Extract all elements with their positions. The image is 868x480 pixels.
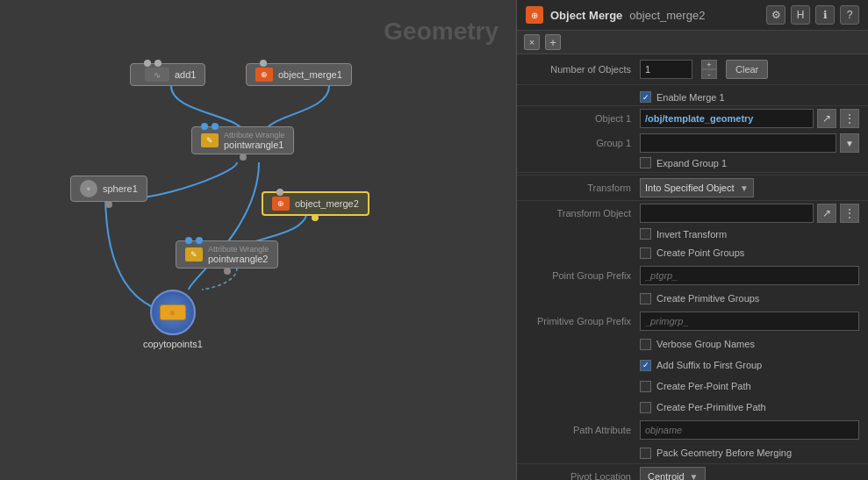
add-suffix-label: Add Suffix to First Group: [656, 360, 762, 370]
create-point-groups-checkbox[interactable]: [640, 247, 651, 259]
invert-transform-checkbox[interactable]: [640, 228, 651, 240]
graph-title: Geometry: [384, 18, 499, 46]
sep1: [517, 172, 868, 173]
help-btn[interactable]: ?: [840, 5, 859, 25]
group1-value: ▼: [640, 133, 859, 153]
point-group-prefix-row: Point Group Prefix: [517, 263, 868, 288]
node-pointwrangle1[interactable]: ✎ Attribute Wrangle pointwrangle1: [191, 126, 294, 154]
decrement-btn[interactable]: -: [701, 69, 717, 79]
node-add1[interactable]: ∿ add1: [130, 63, 205, 86]
tab-close-btn[interactable]: ×: [524, 34, 540, 50]
create-per-point-path-label: Create Per-Point Path: [656, 381, 751, 391]
transform-dropdown[interactable]: Into Specified Object ▼: [640, 178, 754, 197]
group1-row: Group 1 ▼: [517, 131, 868, 155]
object1-pick-btn[interactable]: ↗: [817, 109, 836, 128]
pack-geometry-checkbox[interactable]: [640, 448, 651, 459]
create-per-point-path-checkbox[interactable]: [640, 381, 651, 392]
expand-group-row: Expand Group 1: [517, 155, 868, 170]
create-per-primitive-path-checkbox[interactable]: [640, 402, 651, 413]
primitive-group-prefix-row: Primitive Group Prefix: [517, 309, 868, 333]
transform-arrow: ▼: [740, 183, 749, 193]
invert-transform-row: Invert Transform: [517, 226, 868, 242]
node-pointwrangle2[interactable]: ✎ Attribute Wrangle pointwrangle2: [176, 240, 278, 269]
transform-object-value: ↗ ⋮: [640, 204, 859, 223]
num-objects-input[interactable]: [640, 60, 692, 79]
merge1-icon: ⊕: [255, 68, 273, 82]
add-suffix-row: Add Suffix to First Group: [517, 355, 868, 376]
object1-extra-btn[interactable]: ⋮: [840, 109, 859, 128]
num-objects-label: Number of Objects: [526, 64, 631, 75]
primitive-group-prefix-value: [640, 312, 859, 331]
create-point-groups-label: Create Point Groups: [656, 247, 744, 258]
transform-object-label: Transform Object: [526, 208, 640, 219]
pivot-location-dropdown[interactable]: Centroid ▼: [640, 467, 706, 480]
num-objects-row: Number of Objects + - Clear: [517, 54, 868, 85]
gear-btn[interactable]: ⚙: [766, 5, 786, 25]
tab-add-btn[interactable]: +: [545, 34, 561, 50]
merge2-label: object_merge2: [295, 198, 359, 209]
transform-object-pick-btn[interactable]: ↗: [817, 204, 836, 223]
node-copytopoints1[interactable]: ⊕ copytopoints1: [143, 290, 203, 349]
wrangle2-icon: ✎: [185, 247, 203, 261]
transform-object-input[interactable]: [640, 204, 814, 223]
enable-merge-checkbox[interactable]: [640, 91, 651, 103]
group1-label: Group 1: [526, 138, 640, 148]
path-attribute-input[interactable]: [640, 420, 859, 440]
increment-btn[interactable]: +: [701, 60, 717, 69]
point-group-prefix-input[interactable]: [640, 266, 859, 285]
object1-label: Object 1: [526, 113, 640, 124]
panel-header: ⊕ Object Merge object_merge2 ⚙ H ℹ ?: [517, 0, 868, 31]
expand-group-label: Expand Group 1: [656, 158, 727, 168]
properties-panel: ⊕ Object Merge object_merge2 ⚙ H ℹ ? × +…: [516, 0, 868, 480]
transform-row: Transform Into Specified Object ▼: [517, 175, 868, 201]
node-object-merge2[interactable]: ⊕ object_merge2: [262, 191, 369, 216]
panel-header-actions: ⚙ H ℹ ?: [766, 5, 859, 25]
merge2-icon: ⊕: [272, 197, 290, 211]
pack-geometry-label: Pack Geometry Before Merging: [656, 448, 792, 458]
graph-area[interactable]: Geometry ∿ add1 ⊕ object_mer: [0, 0, 516, 480]
info-btn[interactable]: ℹ: [815, 5, 835, 25]
create-per-primitive-path-label: Create Per-Primitive Path: [656, 402, 766, 412]
panel-node-name: object_merge2: [629, 9, 705, 22]
panel-title: Object Merge: [550, 9, 622, 22]
pivot-arrow: ▼: [690, 472, 699, 481]
sphere1-icon: ●: [80, 180, 97, 197]
path-attribute-value: [640, 420, 859, 440]
verbose-group-names-checkbox[interactable]: [640, 339, 651, 350]
pivot-location-row: Pivot Location Centroid ▼: [517, 463, 868, 480]
create-primitive-groups-row: Create Primitive Groups: [517, 288, 868, 309]
group1-input[interactable]: [640, 133, 836, 153]
path-attribute-label: Path Attribute: [526, 425, 640, 435]
h-btn[interactable]: H: [791, 5, 810, 25]
transform-value: Into Specified Object ▼: [640, 178, 859, 197]
expand-group-checkbox[interactable]: [640, 157, 651, 168]
group1-dropdown-btn[interactable]: ▼: [840, 133, 859, 153]
sphere1-label: sphere1: [103, 183, 138, 194]
copy-icon: ⊕: [150, 290, 196, 335]
node-sphere1[interactable]: ● sphere1: [70, 176, 147, 202]
enable-merge-label: Enable Merge 1: [656, 92, 725, 103]
copy-label: copytopoints1: [143, 339, 203, 349]
transform-object-extra-btn[interactable]: ⋮: [840, 204, 859, 223]
transform-object-row: Transform Object ↗ ⋮: [517, 201, 868, 226]
object1-input[interactable]: [640, 109, 814, 128]
node-object-merge1[interactable]: ⊕ object_merge1: [246, 63, 352, 86]
create-primitive-groups-checkbox[interactable]: [640, 293, 651, 304]
wrangle2-sublabel: Attribute Wrangle: [208, 245, 269, 254]
object1-row: Object 1 ↗ ⋮: [517, 105, 868, 131]
point-group-prefix-value: [640, 266, 859, 285]
panel-tabs: × +: [517, 31, 868, 54]
wrangle2-label: pointwrangle2: [208, 254, 269, 264]
invert-transform-label: Invert Transform: [656, 229, 727, 240]
path-attribute-row: Path Attribute: [517, 418, 868, 442]
clear-btn[interactable]: Clear: [726, 60, 768, 79]
merge1-label: object_merge1: [278, 69, 342, 80]
object1-value: ↗ ⋮: [640, 109, 859, 128]
add1-label: add1: [175, 69, 196, 80]
create-point-groups-row: Create Point Groups: [517, 242, 868, 263]
create-primitive-groups-label: Create Primitive Groups: [656, 293, 759, 304]
wrangle1-sublabel: Attribute Wrangle: [224, 131, 284, 140]
primitive-group-prefix-input[interactable]: [640, 312, 859, 331]
transform-label: Transform: [526, 183, 640, 193]
add-suffix-checkbox[interactable]: [640, 360, 651, 371]
